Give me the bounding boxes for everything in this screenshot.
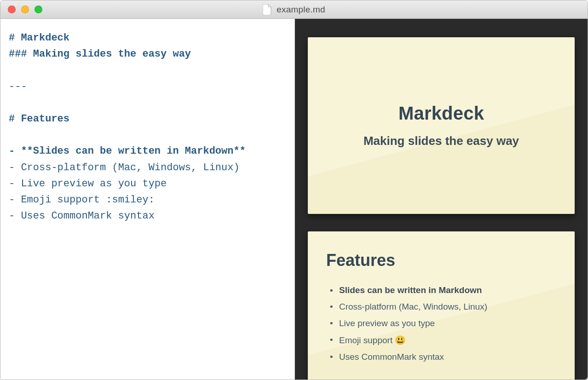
editor-line[interactable]: - Uses CommonMark syntax [9,208,286,224]
window-zoom-button[interactable] [35,6,42,13]
list-item: Uses CommonMark syntax [330,349,556,365]
editor-line[interactable]: - Live preview as you type [9,176,286,192]
titlebar[interactable]: example.md [0,0,588,19]
list-item: Live preview as you type [330,315,556,332]
editor-line[interactable]: - Emoji support :smiley: [9,192,286,208]
editor-line[interactable]: - Cross-platform (Mac, Windows, Linux) [9,160,286,176]
slide-2-title: Features [326,251,556,270]
list-item: Slides can be written in Markdown [330,282,556,299]
traffic-lights [0,6,42,13]
list-item: Cross-platform (Mac, Windows, Linux) [330,299,556,315]
editor-line[interactable]: # Features [9,111,286,127]
slide-2-list: Slides can be written in MarkdownCross-p… [330,282,556,365]
slide-2[interactable]: Features Slides can be written in Markdo… [308,231,575,380]
editor-line[interactable]: ### Making slides the easy way [9,46,286,62]
preview-pane[interactable]: Markdeck Making slides the easy way Feat… [295,19,588,380]
editor-line[interactable]: - **Slides can be written in Markdown** [9,143,286,159]
editor-line[interactable] [9,95,286,111]
slide-1[interactable]: Markdeck Making slides the easy way [308,37,575,214]
editor-line[interactable] [9,62,286,78]
slide-1-title: Markdeck [398,103,484,124]
markdown-editor[interactable]: # Markdeck### Making slides the easy way… [0,19,295,380]
app-window: example.md # Markdeck### Making slides t… [0,0,588,380]
document-icon [263,4,272,15]
body-split: # Markdeck### Making slides the easy way… [0,19,588,380]
editor-line[interactable] [9,127,286,143]
list-item: Emoji support 😃 [330,332,556,349]
window-title: example.md [277,5,325,15]
editor-line[interactable]: # Markdeck [9,30,286,46]
title-wrap: example.md [0,4,588,15]
window-minimize-button[interactable] [21,6,29,13]
window-close-button[interactable] [8,6,16,13]
editor-line[interactable]: --- [9,79,286,95]
slide-1-subtitle: Making slides the easy way [363,134,519,148]
